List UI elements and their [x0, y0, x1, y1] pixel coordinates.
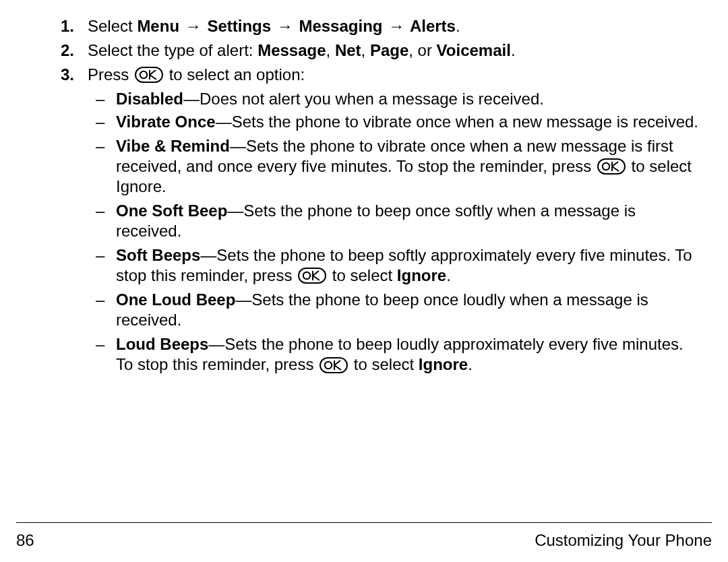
step-text: Press to select an option:: [88, 65, 305, 84]
step-3: 3. Press to select an option: Disabled—D…: [88, 65, 712, 375]
option-list: Disabled—Does not alert you when a messa…: [88, 89, 712, 375]
page-footer: 86 Customizing Your Phone: [16, 522, 712, 562]
option-one-loud-beep: One Loud Beep—Sets the phone to beep onc…: [116, 290, 704, 330]
step-number: 2.: [61, 40, 74, 61]
option-one-soft-beep: One Soft Beep—Sets the phone to beep onc…: [116, 201, 704, 241]
page-number: 86: [16, 531, 34, 550]
instruction-list: 1. Select Menu → Settings → Messaging → …: [16, 16, 712, 375]
step-number: 1.: [61, 16, 74, 36]
menu-path: Menu → Settings → Messaging → Alerts: [137, 17, 456, 35]
ok-icon: [135, 67, 163, 83]
option-vibe-remind: Vibe & Remind—Sets the phone to vibrate …: [116, 136, 704, 197]
ok-icon: [320, 357, 348, 373]
page-content: 1. Select Menu → Settings → Messaging → …: [16, 16, 712, 522]
step-2: 2. Select the type of alert: Message, Ne…: [88, 40, 712, 61]
step-text: Select the type of alert: Message, Net, …: [88, 41, 516, 59]
option-vibrate-once: Vibrate Once—Sets the phone to vibrate o…: [116, 112, 704, 132]
ok-icon: [597, 158, 626, 175]
ok-icon: [298, 268, 326, 284]
section-title: Customizing Your Phone: [535, 531, 712, 550]
step-text: Select Menu → Settings → Messaging → Ale…: [88, 17, 460, 35]
option-disabled: Disabled—Does not alert you when a messa…: [116, 89, 704, 109]
option-loud-beeps: Loud Beeps—Sets the phone to beep loudly…: [116, 334, 704, 375]
step-1: 1. Select Menu → Settings → Messaging → …: [88, 16, 712, 36]
option-soft-beeps: Soft Beeps—Sets the phone to beep softly…: [116, 245, 704, 286]
manual-page: 1. Select Menu → Settings → Messaging → …: [0, 0, 728, 562]
step-number: 3.: [61, 65, 74, 85]
